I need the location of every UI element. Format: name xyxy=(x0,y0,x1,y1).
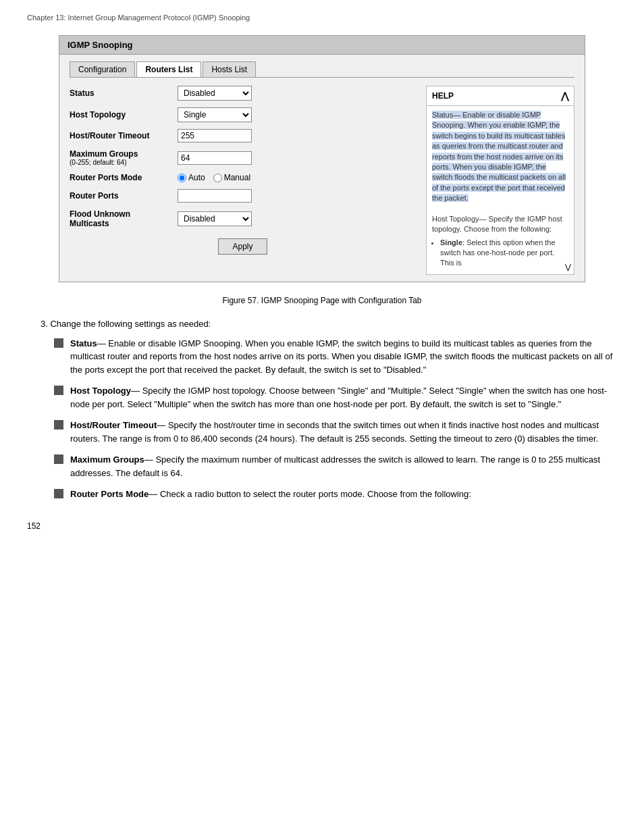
router-ports-input[interactable] xyxy=(178,189,252,203)
help-title-text: HELP xyxy=(432,91,454,101)
router-ports-mode-row: Router Ports Mode Auto Manual xyxy=(70,173,416,182)
host-topology-row: Host Topology Single Multiple xyxy=(70,107,416,122)
bullet-status: Status— Enable or disable IGMP Snooping.… xyxy=(54,337,617,377)
radio-auto-text: Auto xyxy=(188,173,205,182)
bullet-bold-host-router-timeout: Host/Router Timeout xyxy=(70,420,157,430)
router-ports-row: Router Ports xyxy=(70,189,416,203)
page-number: 152 xyxy=(27,521,617,531)
page-number-text: 152 xyxy=(27,521,41,531)
radio-manual-label[interactable]: Manual xyxy=(213,173,250,182)
help-panel: HELP ⋀ Status— Enable or disable IGMP Sn… xyxy=(426,86,574,275)
bullet-bold-status: Status xyxy=(70,338,97,348)
router-ports-mode-label: Router Ports Mode xyxy=(70,173,178,182)
radio-auto-label[interactable]: Auto xyxy=(178,173,205,182)
igmp-panel: IGMP Snooping Configuration Routers List… xyxy=(59,35,585,282)
help-normal-text: Host Topology— Specify the IGMP host top… xyxy=(432,215,562,233)
bullet-icon-maximum-groups xyxy=(54,454,63,464)
bullet-desc-router-ports-mode: — Check a radio button to select the rou… xyxy=(149,489,471,499)
bullet-maximum-groups: Maximum Groups— Specify the maximum numb… xyxy=(54,453,617,479)
timeout-row: Host/Router Timeout xyxy=(70,129,416,142)
panel-title-text: IGMP Snooping xyxy=(68,40,133,50)
tab-routers-list[interactable]: Routers List xyxy=(136,61,201,77)
bullet-text-maximum-groups: Maximum Groups— Specify the maximum numb… xyxy=(70,453,617,479)
bullet-bold-router-ports-mode: Router Ports Mode xyxy=(70,489,149,499)
max-groups-sublabel: (0-255; default: 64) xyxy=(70,159,171,166)
figure-caption: Figure 57. IGMP Snooping Page with Confi… xyxy=(27,296,617,305)
bullet-text-status: Status— Enable or disable IGMP Snooping.… xyxy=(70,337,617,377)
bullet-text-host-topology: Host Topology— Specify the IGMP host top… xyxy=(70,384,617,411)
flood-unknown-select[interactable]: Disabled Enabled xyxy=(178,211,252,226)
flood-unknown-control: Disabled Enabled xyxy=(178,211,252,226)
router-ports-label: Router Ports xyxy=(70,191,178,201)
tab-bar: Configuration Routers List Hosts List xyxy=(70,61,574,78)
help-scroll-up-icon[interactable]: ⋀ xyxy=(561,90,568,101)
timeout-label: Host/Router Timeout xyxy=(70,131,178,140)
form-area: Status Disabled Enabled Host Topology Si… xyxy=(70,86,416,275)
router-ports-control xyxy=(178,189,252,203)
tab-configuration[interactable]: Configuration xyxy=(70,61,135,77)
bullet-host-router-timeout: Host/Router Timeout— Specify the host/ro… xyxy=(54,419,617,445)
help-title: HELP ⋀ xyxy=(427,86,574,106)
bullet-icon-host-topology xyxy=(54,386,63,395)
section-intro: 3. Change the following settings as need… xyxy=(27,319,617,329)
chapter-header-text: Chapter 13: Internet Group Management Pr… xyxy=(27,14,250,22)
status-row: Status Disabled Enabled xyxy=(70,86,416,101)
bullet-desc-maximum-groups: — Specify the maximum number of multicas… xyxy=(70,454,600,478)
max-groups-input[interactable] xyxy=(178,151,252,165)
tab-hosts-list[interactable]: Hosts List xyxy=(203,61,256,77)
radio-auto[interactable] xyxy=(178,174,186,182)
max-groups-control xyxy=(178,151,252,165)
status-control: Disabled Enabled xyxy=(178,86,252,101)
help-body: Status— Enable or disable IGMP Snooping.… xyxy=(427,106,574,274)
host-topology-label: Host Topology xyxy=(70,110,178,120)
help-scroll-down-icon[interactable]: ⋁ xyxy=(565,263,571,271)
bullet-icon-status xyxy=(54,338,63,348)
figure-caption-text: Figure 57. IGMP Snooping Page with Confi… xyxy=(222,296,421,305)
bullet-host-topology: Host Topology— Specify the IGMP host top… xyxy=(54,384,617,411)
bullet-text-router-ports-mode: Router Ports Mode— Check a radio button … xyxy=(70,488,617,501)
host-topology-control: Single Multiple xyxy=(178,107,252,122)
bullet-icon-router-ports-mode xyxy=(54,489,63,498)
bullet-text-host-router-timeout: Host/Router Timeout— Specify the host/ro… xyxy=(70,419,617,445)
max-groups-label: Maximum Groups (0-255; default: 64) xyxy=(70,149,178,166)
panel-title: IGMP Snooping xyxy=(59,36,585,55)
bullet-bold-maximum-groups: Maximum Groups xyxy=(70,454,144,465)
timeout-control xyxy=(178,129,252,142)
bullet-desc-status: — Enable or disable IGMP Snooping. When … xyxy=(70,338,612,375)
flood-unknown-row: Flood UnknownMulticasts Disabled Enabled xyxy=(70,209,416,228)
router-ports-mode-control: Auto Manual xyxy=(178,173,250,182)
status-label: Status xyxy=(70,88,178,98)
panel-body: Configuration Routers List Hosts List St… xyxy=(59,55,585,282)
help-list-item: Single: Select this option when the swit… xyxy=(440,238,568,269)
flood-unknown-label: Flood UnknownMulticasts xyxy=(70,209,178,228)
radio-manual-text: Manual xyxy=(224,173,250,182)
chapter-header: Chapter 13: Internet Group Management Pr… xyxy=(27,14,617,22)
apply-row: Apply xyxy=(70,238,416,255)
bullet-bold-host-topology: Host Topology xyxy=(70,386,131,396)
radio-manual[interactable] xyxy=(213,174,222,182)
bullet-list: Status— Enable or disable IGMP Snooping.… xyxy=(27,337,617,501)
status-select[interactable]: Disabled Enabled xyxy=(178,86,252,101)
apply-label: Apply xyxy=(232,242,252,251)
help-highlighted-text: Status— Enable or disable IGMP Snooping.… xyxy=(432,111,566,202)
apply-button[interactable]: Apply xyxy=(218,238,267,255)
max-groups-row: Maximum Groups (0-255; default: 64) xyxy=(70,149,416,166)
section-intro-text: 3. Change the following settings as need… xyxy=(41,319,211,329)
bullet-icon-host-router-timeout xyxy=(54,420,63,429)
main-content: Status Disabled Enabled Host Topology Si… xyxy=(70,86,574,275)
help-topology-list: Single: Select this option when the swit… xyxy=(432,238,568,269)
host-topology-select[interactable]: Single Multiple xyxy=(178,107,252,122)
timeout-input[interactable] xyxy=(178,129,252,142)
bullet-router-ports-mode: Router Ports Mode— Check a radio button … xyxy=(54,488,617,501)
bullet-desc-host-topology: — Specify the IGMP host topology. Choose… xyxy=(70,386,607,409)
